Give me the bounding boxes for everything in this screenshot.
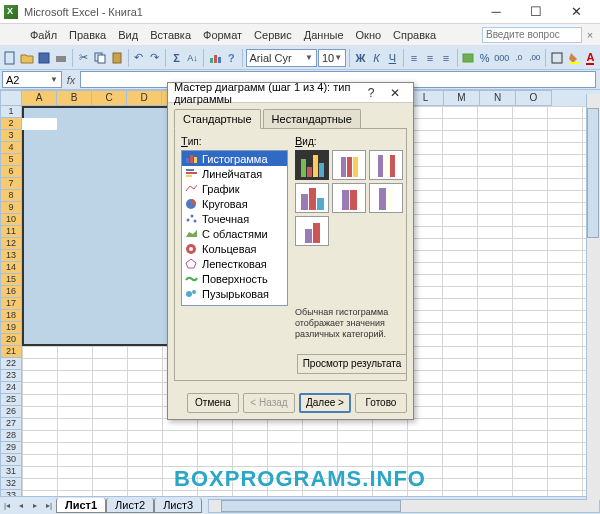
menu-сервис[interactable]: Сервис [248, 26, 298, 44]
tab-standard[interactable]: Стандартные [174, 109, 261, 129]
align-left-icon[interactable]: ≡ [407, 48, 422, 68]
row-header-22[interactable]: 22 [0, 358, 22, 370]
col-header-B[interactable]: B [57, 90, 92, 106]
row-header-28[interactable]: 28 [0, 430, 22, 442]
menu-справка[interactable]: Справка [387, 26, 442, 44]
sum-icon[interactable]: Σ [169, 48, 184, 68]
dialog-help-icon[interactable]: ? [359, 86, 383, 100]
subtype-1[interactable] [295, 150, 329, 180]
chart-type-list[interactable]: ГистограммаЛинейчатаяГрафикКруговаяТочеч… [181, 150, 288, 306]
paste-icon[interactable] [109, 48, 125, 68]
row-header-11[interactable]: 11 [0, 226, 22, 238]
row-header-3[interactable]: 3 [0, 130, 22, 142]
select-all-corner[interactable] [0, 90, 22, 106]
row-header-15[interactable]: 15 [0, 274, 22, 286]
row-header-32[interactable]: 32 [0, 478, 22, 490]
dialog-close-icon[interactable]: ✕ [383, 86, 407, 100]
row-header-30[interactable]: 30 [0, 454, 22, 466]
increase-decimal-icon[interactable]: ,0 [511, 48, 526, 68]
type-item-scatter[interactable]: Точечная [182, 211, 287, 226]
row-header-29[interactable]: 29 [0, 442, 22, 454]
percent-icon[interactable]: % [477, 48, 492, 68]
decrease-decimal-icon[interactable]: ,00 [527, 48, 542, 68]
type-item-radar[interactable]: Лепестковая [182, 256, 287, 271]
menu-вставка[interactable]: Вставка [144, 26, 197, 44]
row-header-31[interactable]: 31 [0, 466, 22, 478]
open-icon[interactable] [19, 48, 35, 68]
row-header-4[interactable]: 4 [0, 142, 22, 154]
font-size-combo[interactable]: 10▼ [318, 49, 346, 67]
borders-icon[interactable] [549, 48, 565, 68]
row-header-26[interactable]: 26 [0, 406, 22, 418]
row-header-16[interactable]: 16 [0, 286, 22, 298]
row-header-8[interactable]: 8 [0, 190, 22, 202]
col-header-N[interactable]: N [480, 90, 516, 106]
col-header-O[interactable]: O [516, 90, 552, 106]
sheet-tab-1[interactable]: Лист1 [56, 498, 106, 513]
row-header-17[interactable]: 17 [0, 298, 22, 310]
align-center-icon[interactable]: ≡ [423, 48, 438, 68]
menu-данные[interactable]: Данные [298, 26, 350, 44]
print-icon[interactable] [53, 48, 69, 68]
subtype-7[interactable] [295, 216, 329, 246]
horizontal-scrollbar[interactable] [208, 499, 600, 513]
row-header-14[interactable]: 14 [0, 262, 22, 274]
subtype-4[interactable] [295, 183, 329, 213]
sheet-tab-2[interactable]: Лист2 [106, 498, 154, 513]
underline-icon[interactable]: Ч [385, 48, 400, 68]
type-item-donut[interactable]: Кольцевая [182, 241, 287, 256]
subtype-6[interactable] [369, 183, 403, 213]
row-header-19[interactable]: 19 [0, 322, 22, 334]
mdi-close-icon[interactable]: × [582, 29, 598, 41]
row-header-9[interactable]: 9 [0, 202, 22, 214]
type-item-pie[interactable]: Круговая [182, 196, 287, 211]
cut-icon[interactable]: ✂ [76, 48, 91, 68]
row-header-2[interactable]: 2 [0, 118, 22, 130]
type-item-line[interactable]: График [182, 181, 287, 196]
redo-icon[interactable]: ↷ [147, 48, 162, 68]
subtype-5[interactable] [332, 183, 366, 213]
row-header-18[interactable]: 18 [0, 310, 22, 322]
row-header-10[interactable]: 10 [0, 214, 22, 226]
col-header-D[interactable]: D [127, 90, 162, 106]
menu-формат[interactable]: Формат [197, 26, 248, 44]
help-question-box[interactable] [482, 27, 582, 43]
type-item-hbars[interactable]: Линейчатая [182, 166, 287, 181]
menu-вид[interactable]: Вид [112, 26, 144, 44]
chart-wizard-icon[interactable] [207, 48, 223, 68]
copy-icon[interactable] [92, 48, 108, 68]
finish-button[interactable]: Готово [355, 393, 407, 413]
type-item-surf[interactable]: Поверхность [182, 271, 287, 286]
minimize-button[interactable]: ─ [476, 1, 516, 23]
undo-icon[interactable]: ↶ [131, 48, 146, 68]
type-item-bubble[interactable]: Пузырьковая [182, 286, 287, 301]
type-item-area[interactable]: С областями [182, 226, 287, 241]
save-icon[interactable] [36, 48, 52, 68]
row-header-13[interactable]: 13 [0, 250, 22, 262]
col-header-A[interactable]: A [22, 90, 57, 106]
next-button[interactable]: Далее > [299, 393, 351, 413]
font-color-icon[interactable]: A [583, 48, 598, 68]
tab-prev-icon[interactable]: ◂ [14, 498, 28, 514]
dialog-titlebar[interactable]: Мастер диаграмм (шаг 1 из 4): тип диагра… [168, 83, 413, 103]
cancel-button[interactable]: Отмена [187, 393, 239, 413]
fill-color-icon[interactable] [566, 48, 582, 68]
row-header-21[interactable]: 21 [0, 346, 22, 358]
fx-icon[interactable]: fx [62, 74, 80, 86]
menu-правка[interactable]: Правка [63, 26, 112, 44]
back-button[interactable]: < Назад [243, 393, 295, 413]
align-right-icon[interactable]: ≡ [439, 48, 454, 68]
close-button[interactable]: ✕ [556, 1, 596, 23]
bold-icon[interactable]: Ж [353, 48, 368, 68]
sheet-tab-3[interactable]: Лист3 [154, 498, 202, 513]
help-icon[interactable]: ? [224, 48, 239, 68]
row-header-1[interactable]: 1 [0, 106, 22, 118]
row-header-6[interactable]: 6 [0, 166, 22, 178]
menu-файл[interactable]: Файл [24, 26, 63, 44]
col-header-M[interactable]: M [444, 90, 480, 106]
new-icon[interactable] [2, 48, 18, 68]
tab-first-icon[interactable]: |◂ [0, 498, 14, 514]
row-header-25[interactable]: 25 [0, 394, 22, 406]
row-header-12[interactable]: 12 [0, 238, 22, 250]
name-box[interactable]: A2▼ [2, 71, 62, 88]
